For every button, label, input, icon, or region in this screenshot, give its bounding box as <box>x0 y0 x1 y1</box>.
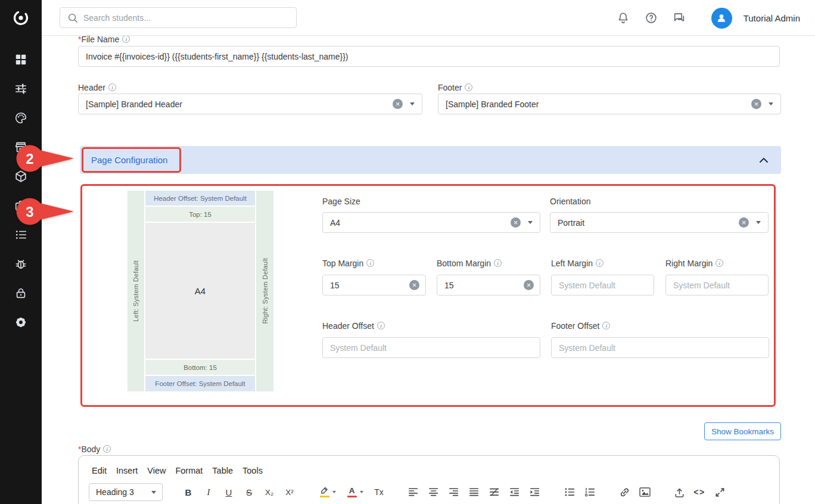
chevron-down-icon[interactable] <box>528 221 533 224</box>
clear-icon[interactable] <box>409 280 419 290</box>
strikethrough-button[interactable]: S <box>239 483 259 501</box>
annotation-badge-2: 2 <box>16 145 76 172</box>
numbered-list-icon <box>585 487 595 497</box>
link-button[interactable] <box>614 483 634 501</box>
footer-offset-label: Footer Offset <box>551 321 610 331</box>
clear-icon[interactable] <box>739 217 749 228</box>
chat-button[interactable] <box>665 0 693 36</box>
orientation-value: Portrait <box>558 218 732 228</box>
right-margin-input[interactable] <box>665 275 769 295</box>
menu-edit[interactable]: Edit <box>92 466 107 475</box>
sidebar-item-settings-sliders[interactable] <box>0 74 42 103</box>
topbar: Tutorial Admin <box>42 0 815 36</box>
clear-icon[interactable] <box>524 280 534 290</box>
clear-formatting-button[interactable]: Tx <box>369 483 389 501</box>
sidebar-item-security[interactable] <box>0 278 42 307</box>
search-input[interactable] <box>83 13 289 23</box>
info-icon <box>602 322 610 329</box>
fullscreen-icon <box>714 487 726 498</box>
chevron-down-icon[interactable] <box>769 102 773 105</box>
app-logo[interactable] <box>0 0 42 36</box>
svg-text:2: 2 <box>26 151 33 167</box>
menu-format[interactable]: Format <box>175 466 203 475</box>
align-right-button[interactable] <box>444 483 464 501</box>
bullet-list-button[interactable] <box>559 483 580 501</box>
subscript-button[interactable]: X₂ <box>259 483 279 501</box>
indent-button[interactable] <box>525 483 545 501</box>
left-margin-input[interactable] <box>551 275 654 295</box>
footer-offset-input[interactable] <box>551 337 769 358</box>
page-size-label: Page Size <box>322 196 360 206</box>
top-margin-input[interactable] <box>330 281 405 290</box>
sidebar-item-dashboard[interactable] <box>0 45 42 74</box>
source-code-button[interactable]: <> <box>689 483 710 501</box>
menu-tools[interactable]: Tools <box>242 466 263 475</box>
chevron-down-icon <box>151 491 156 494</box>
sliders-icon <box>14 82 27 95</box>
notifications-button[interactable] <box>609 0 637 36</box>
page-size-value: A4 <box>330 218 503 228</box>
top-margin-field[interactable] <box>322 275 426 295</box>
bottom-margin-field[interactable] <box>437 275 540 295</box>
link-icon <box>619 487 630 498</box>
preview-top-margin: Top: 15 <box>145 207 255 222</box>
menu-insert[interactable]: Insert <box>116 466 138 475</box>
chevron-up-icon[interactable] <box>759 157 769 163</box>
help-button[interactable] <box>637 0 665 36</box>
align-center-button[interactable] <box>424 483 444 501</box>
highlight-color-button[interactable] <box>314 483 341 501</box>
clear-icon[interactable] <box>751 99 761 109</box>
search-icon <box>67 13 78 23</box>
file-name-input[interactable] <box>78 46 780 67</box>
italic-button[interactable]: I <box>198 483 219 501</box>
avatar[interactable] <box>711 8 732 29</box>
align-left-button[interactable] <box>403 483 424 501</box>
user-name[interactable]: Tutorial Admin <box>744 13 800 23</box>
sidebar-item-branding[interactable] <box>0 103 42 132</box>
menu-table[interactable]: Table <box>212 466 233 475</box>
fullscreen-button[interactable] <box>710 483 730 501</box>
footer-select-value: [Sample] Branded Footer <box>446 99 744 109</box>
sidebar-item-settings[interactable] <box>0 307 42 337</box>
menu-view[interactable]: View <box>147 466 166 475</box>
chevron-down-icon[interactable] <box>756 221 761 224</box>
clear-icon[interactable] <box>511 217 521 228</box>
outdent-button[interactable] <box>505 483 525 501</box>
text-color-button[interactable]: A <box>341 483 369 501</box>
page-configuration-header[interactable]: Page Configuration <box>80 146 781 174</box>
sidebar-item-debug[interactable] <box>0 249 42 278</box>
left-margin-label: Left Margin <box>551 258 604 268</box>
orientation-select[interactable]: Portrait <box>550 212 769 233</box>
indent-icon <box>530 487 540 497</box>
align-justify-button[interactable] <box>464 483 484 501</box>
show-bookmarks-button[interactable]: Show Bookmarks <box>704 422 781 440</box>
superscript-button[interactable]: X² <box>279 483 300 501</box>
page-size-select[interactable]: A4 <box>322 212 540 233</box>
info-icon <box>596 259 604 267</box>
footer-label: Footer <box>438 82 472 92</box>
underline-button[interactable]: U <box>219 483 239 501</box>
header-select[interactable]: [Sample] Branded Header <box>78 94 422 114</box>
orientation-label: Orientation <box>550 196 590 206</box>
align-none-button[interactable] <box>484 483 505 501</box>
gear-icon <box>14 316 27 329</box>
outdent-icon <box>510 487 520 497</box>
search-box[interactable] <box>60 7 297 28</box>
footer-select[interactable]: [Sample] Branded Footer <box>438 94 781 114</box>
sidebar <box>0 0 42 504</box>
info-icon <box>716 259 723 267</box>
header-offset-input[interactable] <box>322 337 540 358</box>
bottom-margin-input[interactable] <box>444 281 519 290</box>
format-select-value: Heading 3 <box>96 487 134 497</box>
topbar-actions: Tutorial Admin <box>609 0 815 36</box>
clear-icon[interactable] <box>393 99 403 109</box>
bold-button[interactable]: B <box>178 483 198 501</box>
upload-icon <box>674 487 685 498</box>
numbered-list-button[interactable] <box>580 483 600 501</box>
format-select[interactable]: Heading 3 <box>89 483 163 501</box>
chevron-down-icon[interactable] <box>410 102 415 105</box>
image-button[interactable] <box>634 483 655 501</box>
preview-left-margin: Left: System Default <box>127 191 144 391</box>
logo-icon <box>12 9 30 27</box>
upload-button[interactable] <box>669 483 689 501</box>
